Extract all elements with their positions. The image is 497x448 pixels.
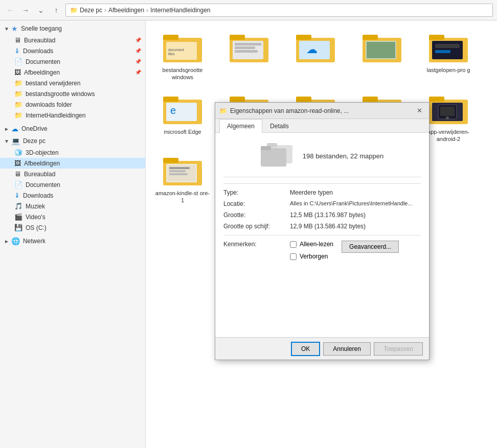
pin-icon-4: 📌 (135, 69, 141, 75)
svg-rect-10 (235, 50, 258, 53)
svg-rect-25 (163, 97, 178, 102)
sidebar-item-documenten[interactable]: 📄 Documenten 📌 (0, 56, 145, 67)
divider-2 (223, 235, 421, 235)
dialog-title-text: Eigenschappen van amazon-read-online, ..… (230, 107, 349, 114)
type-row: Type: Meerdere typen (223, 189, 421, 196)
recent-button[interactable]: ⌄ (35, 4, 47, 16)
bureaublad-icon: 🖥 (14, 36, 21, 44)
afbeeldingen-label: Afbeeldingen (24, 69, 60, 76)
toepassen-button[interactable]: Toepassen (374, 342, 423, 356)
kenmerken-row: Kenmerken: Alleen-lezen Verborgen Ge (223, 241, 421, 263)
bureaublad-label: Bureaublad (24, 37, 55, 44)
svg-rect-55 (169, 170, 186, 172)
chevron-down-icon-2: ▼ (4, 138, 9, 144)
grootte-schijf-value: 12,9 MB (13.586.432 bytes) (290, 223, 421, 230)
videos-label: Video's (26, 214, 46, 221)
list-item[interactable]: lastgelopen-pro g (418, 27, 479, 83)
grootte-row: Grootte: 12,5 MB (13.176.987 bytes) (223, 211, 421, 219)
sidebar-item-bureaublad[interactable]: 🖥 Bureaublad 📌 (0, 35, 145, 45)
chevron-down-icon: ▼ (4, 26, 9, 32)
sidebar-item-videos[interactable]: 🎬 Video's (0, 211, 145, 222)
sidebar-section-onedrive[interactable]: ► ☁ OneDrive (0, 123, 145, 135)
svg-rect-60 (261, 146, 271, 150)
verborgen-row[interactable]: Verborgen (290, 253, 333, 260)
sidebar-item-bestandsgrootte-windows[interactable]: 📁 bestandsgrootte windows (0, 88, 145, 99)
sidebar-item-muziek[interactable]: 🎵 Muziek (0, 201, 145, 211)
verborgen-label: Verborgen (300, 253, 328, 260)
annuleren-button[interactable]: Annuleren (323, 342, 371, 356)
list-item[interactable]: amazon-kindle-st ore-1 (152, 150, 213, 206)
ok-button[interactable]: OK (291, 342, 320, 356)
grootte-value: 12,5 MB (13.176.987 bytes) (290, 211, 421, 219)
folder-front-icon (261, 144, 287, 168)
svg-rect-1 (163, 35, 178, 40)
folder-icon-2: 📁 (14, 90, 22, 98)
sidebar-item-downloads[interactable]: ⇓ Downloads 📌 (0, 45, 145, 56)
sidebar-item-internethandleidingen[interactable]: 📁 InternetHandleidingen (0, 110, 145, 121)
documenten2-label: Documenten (26, 181, 60, 188)
grootte-schijf-label: Grootte op schijf: (223, 223, 290, 230)
dialog-titlebar: 📁 Eigenschappen van amazon-read-online, … (215, 103, 429, 119)
svg-rect-16 (363, 35, 378, 40)
downloads2-label: Downloads (23, 192, 53, 199)
locatie-label: Locatie: (223, 200, 290, 207)
sidebar-item-afbeeldingen2[interactable]: 🖼 Afbeeldingen (0, 158, 145, 169)
back-button[interactable]: ← (4, 4, 16, 16)
tab-algemeen[interactable]: Algemeen (219, 119, 262, 133)
alleen-lezen-label: Alleen-lezen (300, 241, 333, 248)
sidebar-section-deze-pc[interactable]: ▼ 💻 Deze pc (0, 135, 145, 147)
svg-rect-12 (296, 35, 311, 40)
up-button[interactable]: ↑ (50, 4, 62, 16)
sidebar-item-downloads2[interactable]: ⇓ Downloads (0, 190, 145, 201)
sidebar-item-bestand-verwijderen[interactable]: 📁 bestand verwijderen (0, 78, 145, 88)
kenmerken-label: Kenmerken: (223, 241, 290, 248)
deze-pc-label: Deze pc (23, 137, 46, 145)
list-item[interactable]: e microsoft Edge (152, 88, 213, 145)
list-item[interactable]: document files bestandsgrootte windows (152, 27, 213, 83)
svg-rect-54 (169, 167, 190, 169)
verborgen-checkbox[interactable] (290, 253, 297, 260)
address-part-3: InternetHandleidingen (150, 7, 210, 14)
address-part-2: Afbeeldingen (108, 7, 144, 14)
dialog-footer: OK Annuleren Toepassen (215, 337, 429, 360)
sidebar-section-netwerk[interactable]: ► 🌐 Netwerk (0, 235, 145, 247)
geavanceerd-button[interactable]: Geavanceerd... (342, 241, 399, 253)
netwerk-icon: 🌐 (11, 237, 20, 245)
grootte-schijf-row: Grootte op schijf: 12,9 MB (13.586.432 b… (223, 223, 421, 230)
svg-rect-56 (169, 173, 188, 175)
svg-text:files: files (168, 52, 175, 56)
alleen-lezen-row[interactable]: Alleen-lezen (290, 241, 333, 248)
alleen-lezen-checkbox[interactable] (290, 241, 297, 248)
forward-button[interactable]: → (19, 4, 32, 16)
sidebar-item-afbeeldingen[interactable]: 🖼 Afbeeldingen 📌 (0, 67, 145, 78)
type-label: Type: (223, 189, 290, 196)
svg-rect-45 (429, 97, 444, 102)
list-item[interactable] (218, 27, 280, 83)
type-value: Meerdere typen (290, 189, 421, 196)
sidebar-item-documenten2[interactable]: 📄 Documenten (0, 179, 145, 190)
sidebar-section-snelle-toegang[interactable]: ▼ ★ Snelle toegang (0, 22, 145, 35)
address-bar[interactable]: 📁 Deze pc › Afbeeldingen › InternetHandl… (65, 4, 493, 17)
svg-rect-59 (261, 148, 286, 167)
svg-rect-6 (230, 35, 245, 40)
svg-rect-18 (367, 42, 395, 58)
locatie-row: Locatie: Alles in C:\Users\Frank\Picture… (223, 200, 421, 207)
afbeeldingen-icon-2: 🖼 (14, 159, 21, 167)
sidebar: ▼ ★ Snelle toegang 🖥 Bureaublad 📌 ⇓ Down… (0, 20, 146, 448)
3d-icon: 🧊 (14, 149, 22, 156)
documenten-icon-2: 📄 (14, 181, 22, 188)
list-item[interactable] (351, 27, 413, 83)
sidebar-item-3d-objecten[interactable]: 🧊 3D-objecten (0, 147, 145, 158)
list-item[interactable]: ☁ (285, 27, 346, 83)
sidebar-item-downloads-folder[interactable]: 📁 downloads folder (0, 99, 145, 110)
pin-icon-3: 📌 (135, 59, 141, 64)
muziek-label: Muziek (26, 203, 45, 210)
tab-details[interactable]: Details (262, 119, 297, 133)
dialog-close-button[interactable]: ✕ (414, 105, 425, 116)
address-part-1: Deze pc (80, 7, 102, 14)
drive-icon: 💾 (14, 224, 22, 231)
afbeeldingen-icon: 🖼 (14, 68, 21, 76)
sidebar-item-os-c[interactable]: 💾 OS (C:) (0, 222, 145, 233)
svg-rect-22 (435, 44, 460, 48)
sidebar-item-bureaublad2[interactable]: 🖥 Bureaublad (0, 169, 145, 179)
